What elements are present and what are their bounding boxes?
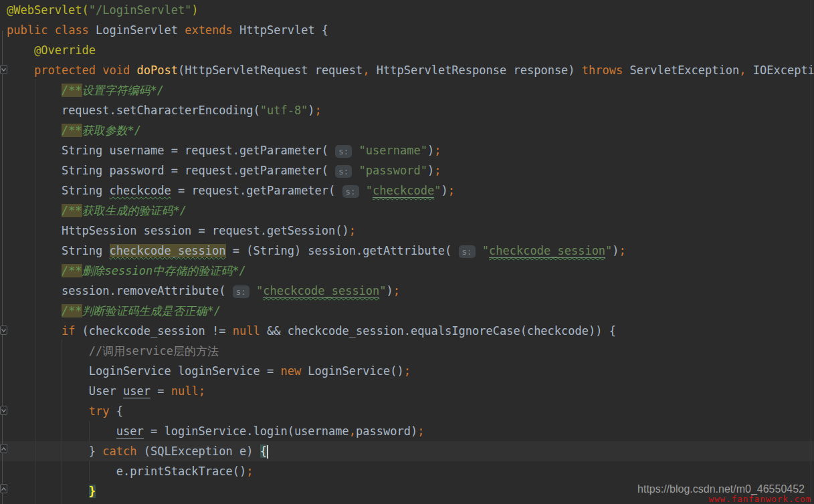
code-line[interactable]: @Override	[0, 40, 814, 60]
code-line[interactable]: if (checkcode_session != null && checkco…	[0, 321, 814, 341]
watermark-site: www.fanfanwork.com	[709, 494, 811, 504]
code-line[interactable]: /**判断验证码生成是否正确*/	[0, 301, 814, 321]
parameter-inlay-hint: s:	[233, 285, 249, 298]
code-line[interactable]: e.printStackTrace();	[0, 461, 814, 481]
code-line[interactable]: /**获取参数*/	[0, 120, 814, 140]
code-line[interactable]: String password = request.getParameter( …	[0, 160, 814, 180]
code-line[interactable]: HttpSession session = request.getSession…	[0, 221, 814, 241]
code-line[interactable]: request.setCharacterEncoding("utf-8");	[0, 100, 814, 120]
code-line[interactable]: User user = null;	[0, 381, 814, 401]
code-line[interactable]: @WebServlet("/LoginServlet")	[0, 0, 814, 20]
code-area[interactable]: @WebServlet("/LoginServlet")public class…	[0, 0, 814, 501]
parameter-inlay-hint: s:	[459, 245, 476, 258]
code-line[interactable]: String checkcode_session = (String) sess…	[0, 241, 814, 261]
parameter-inlay-hint: s:	[342, 185, 359, 198]
code-line[interactable]: protected void doPost(HttpServletRequest…	[0, 60, 814, 80]
code-line[interactable]: /**设置字符编码*/	[0, 80, 814, 100]
code-line[interactable]: String checkcode = request.getParameter(…	[0, 180, 814, 201]
code-line[interactable]: //调用service层的方法	[0, 341, 814, 361]
code-line[interactable]: try {	[0, 401, 814, 421]
parameter-inlay-hint: s:	[335, 165, 352, 178]
code-line[interactable]: user = loginService.login(username,passw…	[0, 421, 814, 441]
code-line[interactable]: /**删除session中存储的验证码*/	[0, 261, 814, 281]
code-line[interactable]: /**获取生成的验证码*/	[0, 201, 814, 221]
code-line[interactable]: session.removeAttribute( s: "checkcode_s…	[0, 281, 814, 301]
code-editor[interactable]: @WebServlet("/LoginServlet")public class…	[0, 0, 814, 504]
text-caret	[267, 445, 268, 459]
code-line[interactable]: public class LoginServlet extends HttpSe…	[0, 20, 814, 40]
code-line[interactable]: LoginService loginService = new LoginSer…	[0, 361, 814, 381]
code-line[interactable]: } catch (SQLException e) {	[0, 441, 814, 461]
code-line[interactable]: String username = request.getParameter( …	[0, 140, 814, 160]
parameter-inlay-hint: s:	[335, 145, 352, 158]
